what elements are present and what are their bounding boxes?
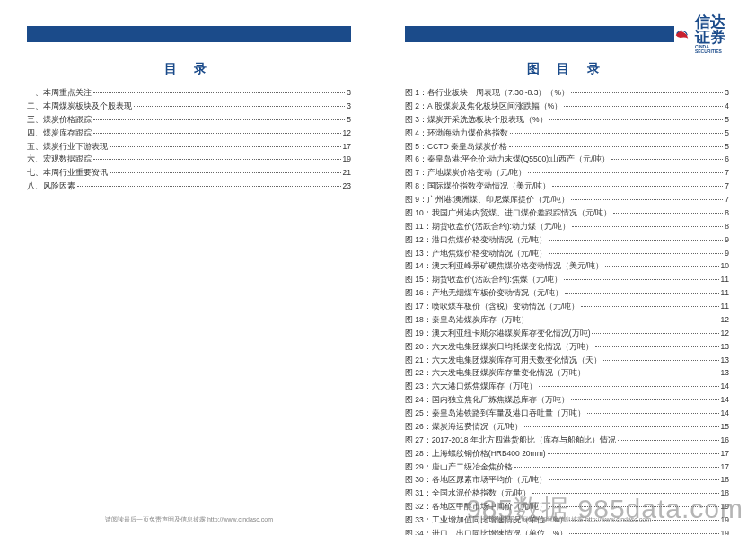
toc-row: 图 2：A 股煤炭及焦化板块区间涨跌幅（%）4 bbox=[405, 100, 729, 113]
toc-label: 图 12：港口焦煤价格变动情况（元/吨） bbox=[405, 233, 547, 247]
toc-row: 图 20：六大发电集团煤炭日均耗煤变化情况（万吨）13 bbox=[405, 340, 729, 354]
toc-label: 一、本周重点关注 bbox=[27, 86, 92, 100]
toc-label: 图 23：六大港口炼焦煤库存（万吨） bbox=[405, 380, 537, 393]
toc-page: 11 bbox=[721, 273, 729, 286]
toc-label: 图 31：全国水泥价格指数（元/吨） bbox=[405, 487, 531, 500]
toc-page: 8 bbox=[725, 220, 729, 233]
toc-dots bbox=[93, 92, 345, 93]
toc-page: 21 bbox=[343, 166, 351, 180]
toc-row: 图 11：期货收盘价(活跃合约):动力煤（元/吨）8 bbox=[405, 220, 729, 233]
toc-row: 图 26：煤炭海运费情况（元/吨）15 bbox=[405, 420, 729, 434]
swirl-icon bbox=[674, 24, 690, 44]
toc-row: 图 16：产地无烟煤车板价变动情况（元/吨）11 bbox=[405, 286, 729, 300]
toc-dots bbox=[564, 106, 723, 107]
toc-dots bbox=[581, 306, 718, 307]
toc-page: 19 bbox=[343, 153, 351, 166]
toc-page: 17 bbox=[721, 447, 729, 460]
toc-row: 图 19：澳大利亚纽卡斯尔港煤炭库存变化情况(万吨)12 bbox=[405, 327, 729, 340]
toc-dots bbox=[77, 186, 341, 187]
toc-label: 图 32：各地区甲醇市场中间价（元/吨） bbox=[405, 500, 547, 513]
toc-row: 图 13：产地焦煤价格变动情况（元/吨）9 bbox=[405, 247, 729, 260]
toc-page: 5 bbox=[725, 113, 729, 127]
toc-label: 图 29：唐山产二级冶金焦价格 bbox=[405, 460, 513, 474]
toc-row: 图 34：进口、出口同比增速情况（单位：%）19 bbox=[405, 527, 729, 535]
toc-label: 图 4：环渤海动力煤价格指数 bbox=[405, 127, 508, 140]
toc-row: 七、本周行业重要资讯21 bbox=[27, 166, 351, 180]
figures-list: 图 1：各行业板块一周表现（7.30~8.3）（%）3图 2：A 股煤炭及焦化板… bbox=[405, 86, 729, 535]
toc-dots bbox=[595, 346, 719, 347]
toc-label: 图 9：广州港:澳洲煤、印尼煤库提价（元/吨） bbox=[405, 193, 569, 206]
toc-page: 13 bbox=[721, 366, 729, 380]
contents-list: 一、本周重点关注3二、本周煤炭板块及个股表现3三、煤炭价格跟踪5四、煤炭库存跟踪… bbox=[27, 86, 351, 193]
toc-row: 图 1：各行业板块一周表现（7.30~8.3）（%）3 bbox=[405, 86, 729, 100]
toc-page: 16 bbox=[721, 434, 729, 447]
toc-dots bbox=[572, 226, 723, 227]
toc-dots bbox=[587, 413, 719, 414]
toc-label: 图 27：2017-2018 年北方四港货船比（库存与船舶比）情况 bbox=[405, 434, 616, 447]
brand-text: 信达证券 CINDA SECURITIES bbox=[695, 14, 732, 54]
toc-label: 六、宏观数据跟踪 bbox=[27, 153, 92, 166]
toc-dots bbox=[565, 293, 718, 294]
toc-dots bbox=[549, 506, 718, 507]
toc-page: 10 bbox=[721, 259, 729, 273]
toc-row: 图 21：六大发电集团煤炭库存可用天数变化情况（天）13 bbox=[405, 354, 729, 367]
toc-row: 图 27：2017-2018 年北方四港货船比（库存与船舶比）情况16 bbox=[405, 434, 729, 447]
toc-dots bbox=[571, 199, 723, 200]
toc-row: 四、煤炭库存跟踪12 bbox=[27, 127, 351, 140]
toc-row: 图 5：CCTD 秦皇岛煤炭价格5 bbox=[405, 140, 729, 153]
toc-page: 12 bbox=[721, 327, 729, 340]
toc-dots bbox=[110, 146, 341, 147]
toc-page: 9 bbox=[725, 233, 729, 247]
toc-dots bbox=[613, 213, 723, 214]
toc-page: 17 bbox=[721, 460, 729, 474]
toc-page: 14 bbox=[721, 407, 729, 420]
left-page: 目 录 一、本周重点关注3二、本周煤炭板块及个股表现3三、煤炭价格跟踪5四、煤炭… bbox=[0, 0, 378, 535]
toc-page: 5 bbox=[347, 113, 351, 127]
toc-label: 八、风险因素 bbox=[27, 180, 75, 193]
right-page: 信达证券 CINDA SECURITIES 图 目 录 图 1：各行业板块一周表… bbox=[378, 0, 756, 535]
toc-label: 图 10：我国广州港内贸煤、进口煤价差跟踪情况（元/吨） bbox=[405, 206, 611, 220]
toc-page: 14 bbox=[721, 380, 729, 393]
toc-page: 13 bbox=[721, 354, 729, 367]
brand-logo: 信达证券 CINDA SECURITIES bbox=[674, 14, 732, 54]
toc-page: 12 bbox=[343, 127, 351, 140]
toc-page: 4 bbox=[725, 100, 729, 113]
toc-page: 18 bbox=[721, 473, 729, 487]
header-bar bbox=[405, 26, 674, 42]
toc-page: 18 bbox=[721, 487, 729, 500]
toc-row: 图 9：广州港:澳洲煤、印尼煤库提价（元/吨）7 bbox=[405, 193, 729, 206]
toc-dots bbox=[549, 479, 718, 480]
toc-dots bbox=[618, 440, 719, 441]
toc-page: 6 bbox=[725, 153, 729, 166]
page-container: 目 录 一、本周重点关注3二、本周煤炭板块及个股表现3三、煤炭价格跟踪5四、煤炭… bbox=[0, 0, 756, 535]
toc-row: 图 17：喷吹煤车板价（含税）变动情况（元/吨）11 bbox=[405, 300, 729, 313]
toc-dots bbox=[93, 119, 345, 120]
toc-page: 23 bbox=[343, 180, 351, 193]
toc-row: 图 32：各地区甲醇市场中间价（元/吨）19 bbox=[405, 500, 729, 513]
toc-row: 图 3：煤炭开采洗选板块个股表现（%）5 bbox=[405, 113, 729, 127]
toc-label: 图 8：国际煤价指数变动情况（美元/吨） bbox=[405, 180, 550, 193]
toc-row: 图 4：环渤海动力煤价格指数5 bbox=[405, 127, 729, 140]
toc-page: 12 bbox=[721, 313, 729, 327]
toc-row: 图 14：澳大利亚峰景矿硬焦煤价格变动情况（美元/吨）10 bbox=[405, 259, 729, 273]
brand-sub: CINDA SECURITIES bbox=[695, 45, 732, 54]
toc-label: 图 19：澳大利亚纽卡斯尔港煤炭库存变化情况(万吨) bbox=[405, 327, 590, 340]
toc-dots bbox=[532, 493, 718, 494]
toc-page: 7 bbox=[725, 166, 729, 180]
toc-page: 5 bbox=[725, 127, 729, 140]
toc-label: 五、煤炭行业下游表现 bbox=[27, 140, 108, 153]
toc-label: 图 11：期货收盘价(活跃合约):动力煤（元/吨） bbox=[405, 220, 570, 233]
toc-row: 二、本周煤炭板块及个股表现3 bbox=[27, 100, 351, 113]
toc-label: 三、煤炭价格跟踪 bbox=[27, 113, 92, 127]
toc-dots bbox=[549, 119, 724, 120]
toc-page: 7 bbox=[725, 180, 729, 193]
toc-label: 图 13：产地焦煤价格变动情况（元/吨） bbox=[405, 247, 547, 260]
toc-label: 图 34：进口、出口同比增速情况（单位：%） bbox=[405, 527, 567, 535]
toc-label: 图 28：上海螺纹钢价格(HRB400 20mm) bbox=[405, 447, 546, 460]
brand-name: 信达证券 bbox=[695, 14, 732, 45]
toc-page: 19 bbox=[721, 527, 729, 535]
toc-dots bbox=[531, 320, 719, 320]
toc-row: 图 24：国内独立焦化厂炼焦煤总库存（万吨）14 bbox=[405, 393, 729, 407]
toc-label: 图 5：CCTD 秦皇岛煤炭价格 bbox=[405, 140, 507, 153]
toc-row: 图 22：六大发电集团煤炭库存量变化情况（万吨）13 bbox=[405, 366, 729, 380]
